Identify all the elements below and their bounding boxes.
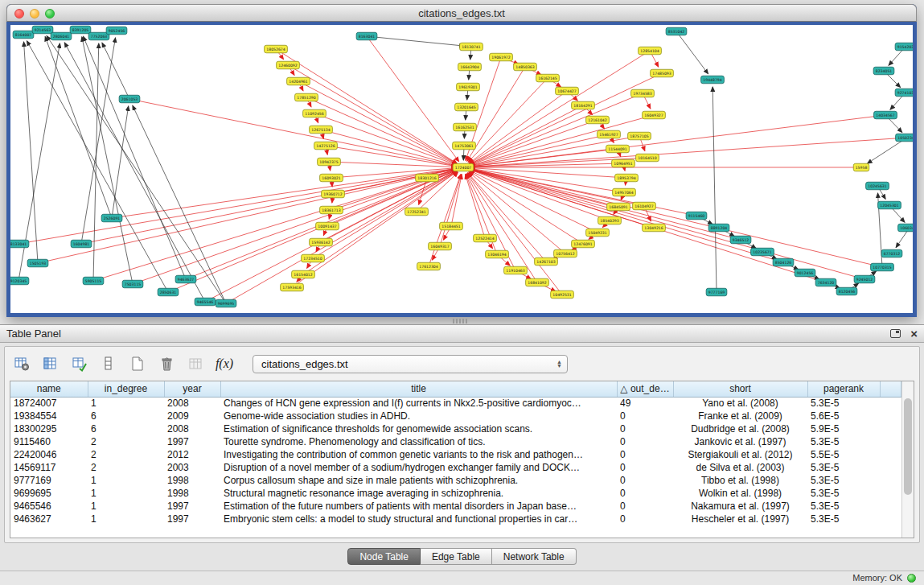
float-panel-icon[interactable] <box>890 329 901 338</box>
network-canvas[interactable]: 1724007180526741246009214204961178512901… <box>7 22 916 316</box>
graph-node[interactable]: 14267103 <box>535 257 558 266</box>
graph-node[interactable]: 9154203 <box>895 43 913 51</box>
graph-node[interactable]: 17252341 <box>405 208 429 216</box>
graph-node[interactable]: 10603454 <box>898 224 913 232</box>
new-table-icon[interactable] <box>127 353 148 374</box>
graph-node[interactable]: 9699695 <box>216 299 236 307</box>
tab-node-table[interactable]: Node Table <box>347 548 421 565</box>
graph-node[interactable]: 1604981 <box>71 240 92 248</box>
graph-node[interactable]: 8504126 <box>773 258 794 266</box>
row-height-icon[interactable] <box>98 353 119 374</box>
graph-node[interactable]: 10942375 <box>318 158 341 166</box>
graph-node[interactable]: 7634120 <box>815 278 836 286</box>
graph-node[interactable]: 12460092 <box>277 61 300 69</box>
table-row[interactable]: 911546021997Tourette syndrome. Phenomeno… <box>10 435 901 448</box>
graph-node[interactable]: 10164510 <box>636 154 659 162</box>
graph-node[interactable]: 17485093 <box>651 69 674 77</box>
graph-node[interactable]: 18540293 <box>598 216 622 225</box>
table-row[interactable]: 2242004622012Investigating the contribut… <box>10 448 901 461</box>
graph-node[interactable]: 9463627 <box>175 275 196 283</box>
graph-node[interactable]: 9245012 <box>854 275 875 283</box>
table-scrollbar[interactable] <box>901 381 914 538</box>
graph-node[interactable]: 8164007 <box>13 31 34 39</box>
graph-node[interactable]: 8391205 <box>70 26 91 34</box>
graph-node[interactable]: 14753061 <box>453 142 476 150</box>
graph-node[interactable]: 12476091 <box>572 240 595 248</box>
graph-node[interactable]: 18164291 <box>572 101 595 109</box>
graph-node[interactable]: 10756412 <box>554 249 577 257</box>
graph-node[interactable]: 9052456 <box>106 27 127 35</box>
delete-table-icon[interactable] <box>156 353 177 374</box>
graph-node[interactable]: 9777169 <box>706 288 727 296</box>
column-header[interactable]: short <box>673 381 807 397</box>
graph-node[interactable]: 18757105 <box>628 132 651 140</box>
graph-node[interactable]: 16049317 <box>429 242 452 250</box>
graph-node[interactable]: 16154012 <box>292 270 315 278</box>
column-header[interactable]: year <box>164 381 220 397</box>
close-button[interactable] <box>14 9 24 19</box>
graph-node[interactable]: 19061972 <box>490 53 513 61</box>
graph-node[interactable]: 5905115 <box>83 277 104 285</box>
graph-node[interactable]: 12675134 <box>310 126 333 134</box>
graph-node[interactable]: 10674427 <box>556 87 579 95</box>
graph-node[interactable]: 6770312 <box>881 249 902 257</box>
table-row[interactable]: 946554611997Estimation of the future num… <box>10 500 901 513</box>
graph-node[interactable]: 13046194 <box>486 250 509 258</box>
graph-node[interactable]: 19360712 <box>322 190 345 198</box>
zoom-button[interactable] <box>45 9 55 19</box>
graph-node[interactable]: 2061053 <box>119 95 140 103</box>
graph-node[interactable]: 2806041 <box>51 32 72 40</box>
graph-node[interactable]: 18301216 <box>416 174 439 182</box>
import-disabled-icon[interactable] <box>185 353 206 374</box>
tab-edge-table[interactable]: Edge Table <box>421 548 492 565</box>
graph-node[interactable]: 16093021 <box>320 174 343 182</box>
graph-node[interactable]: 15184451 <box>440 222 463 230</box>
scrollbar-thumb[interactable] <box>904 398 912 495</box>
graph-node[interactable]: 9274103 <box>895 89 913 97</box>
graph-node[interactable]: 16104927 <box>633 202 656 210</box>
graph-node[interactable]: 8163041 <box>356 32 377 40</box>
graph-node[interactable]: 8531042 <box>666 27 687 35</box>
graph-node[interactable]: 13201645 <box>455 103 478 111</box>
close-panel-icon[interactable]: × <box>910 328 918 340</box>
graph-node[interactable]: 19619301 <box>457 83 480 91</box>
import-table-icon[interactable] <box>69 353 90 374</box>
graph-node[interactable]: 12045301 <box>878 201 901 209</box>
graph-node[interactable]: 11544091 <box>606 145 630 153</box>
graph-node[interactable]: 10235671 <box>751 248 774 256</box>
table-row[interactable]: 1938455462009Genome-wide association stu… <box>10 410 901 422</box>
graph-node[interactable]: 10245631 <box>866 182 889 190</box>
table-row[interactable]: 1456911722003Disruption of a novel membe… <box>10 461 901 474</box>
column-header[interactable]: pagerank <box>807 381 880 397</box>
table-row[interactable]: 1830029562008Estimation of significance … <box>10 422 901 435</box>
graph-node[interactable]: 9465546 <box>195 298 216 306</box>
graph-node[interactable]: 15958 <box>853 163 869 171</box>
graph-node[interactable]: 18130741 <box>460 43 483 51</box>
graph-node[interactable]: 15936142 <box>310 238 333 246</box>
graph-node[interactable]: 14957064 <box>613 188 636 196</box>
minimize-button[interactable] <box>30 9 39 19</box>
table-settings-icon[interactable] <box>11 353 32 374</box>
graph-node[interactable]: 14275126 <box>314 142 338 150</box>
citation-network-graph[interactable]: 1724007180526741246009214204961178512901… <box>10 25 913 313</box>
graph-node[interactable]: 7503115 <box>122 280 143 288</box>
graph-node[interactable]: 8133041 <box>10 240 29 248</box>
graph-node[interactable]: 8891204 <box>708 224 729 232</box>
graph-node[interactable]: 10492531 <box>551 290 574 299</box>
table-row[interactable]: 977716911998Corpus callosum shape and si… <box>10 474 901 487</box>
graph-node[interactable]: 9120345 <box>10 277 29 285</box>
graph-node[interactable]: 9214563 <box>32 26 53 34</box>
graph-node[interactable]: 9346512 <box>730 236 751 244</box>
graph-node[interactable]: 16845091 <box>607 203 630 211</box>
graph-node[interactable]: 12522414 <box>474 234 497 242</box>
graph-node[interactable]: 18953794 <box>615 174 639 182</box>
graph-node[interactable]: 2850631 <box>158 288 179 296</box>
graph-node[interactable]: 12854104 <box>639 47 662 55</box>
graph-node[interactable]: 14034567 <box>874 111 897 119</box>
column-header[interactable]: title <box>220 381 617 397</box>
graph-node[interactable]: 19448794 <box>701 76 725 84</box>
graph-node[interactable]: 13049216 <box>643 224 666 232</box>
graph-node[interactable]: 9012456 <box>795 269 815 277</box>
column-visibility-icon[interactable] <box>40 353 61 374</box>
window-titlebar[interactable]: citations_edges.txt <box>6 4 917 22</box>
